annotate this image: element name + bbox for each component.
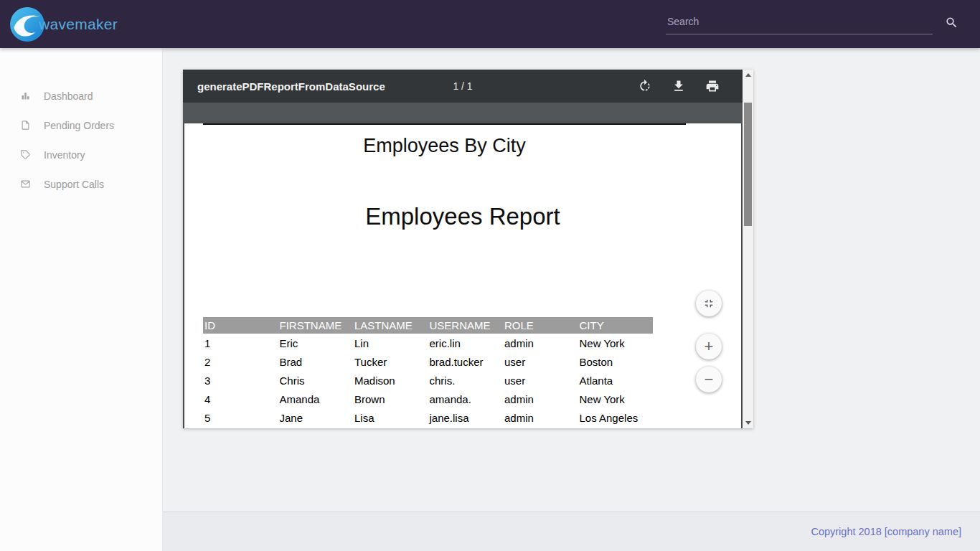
- table-row: 2 Brad Tucker brad.tucker user Boston: [203, 352, 653, 371]
- pdf-page: Employees By City Employees Report ID FI…: [184, 123, 741, 428]
- table-row: 5 Jane Lisa jane.lisa admin Los Angeles: [203, 408, 653, 427]
- envelope-icon: [20, 179, 31, 189]
- sidebar-item-label: Inventory: [44, 149, 85, 161]
- employees-table: ID FIRSTNAME LASTNAME USERNAME ROLE CITY…: [203, 317, 653, 427]
- logo-text: wavemaker: [39, 16, 118, 33]
- zoom-in-icon: +: [705, 339, 714, 354]
- zoom-out-icon: −: [705, 372, 714, 387]
- app-header: wavemaker: [0, 0, 980, 48]
- document-title: Employees Report: [184, 203, 741, 230]
- rotate-icon[interactable]: [638, 79, 652, 93]
- copyright-text: Copyright 2018 [company name]: [811, 526, 961, 537]
- pdf-viewer: generatePDFReportFromDataSource 1 / 1 Em…: [183, 70, 753, 428]
- zoom-out-button[interactable]: −: [696, 367, 722, 392]
- column-header: LASTNAME: [353, 317, 428, 334]
- wavemaker-logo[interactable]: wavemaker: [9, 6, 118, 42]
- search-input[interactable]: [666, 11, 933, 34]
- main-content: generatePDFReportFromDataSource 1 / 1 Em…: [163, 48, 980, 512]
- document-rule: [203, 123, 686, 125]
- column-header: FIRSTNAME: [278, 317, 354, 334]
- sidebar-item-dashboard[interactable]: Dashboard: [0, 81, 162, 110]
- pdf-toolbar-actions: [638, 79, 728, 93]
- column-header: CITY: [578, 317, 654, 334]
- document-heading: Employees By City: [203, 135, 686, 157]
- print-icon[interactable]: [705, 79, 720, 93]
- table-header-row: ID FIRSTNAME LASTNAME USERNAME ROLE CITY: [203, 317, 653, 334]
- column-header: ROLE: [503, 317, 578, 334]
- sidebar-item-label: Support Calls: [44, 179, 104, 190]
- document-icon: [20, 120, 31, 131]
- pdf-toolbar: generatePDFReportFromDataSource 1 / 1: [183, 70, 743, 103]
- tag-icon: [20, 149, 31, 160]
- page-footer: Copyright 2018 [company name]: [163, 512, 980, 551]
- pdf-title: generatePDFReportFromDataSource: [197, 80, 385, 93]
- sidebar: Dashboard Pending Orders Inventory Suppo…: [0, 48, 163, 551]
- table-row: 4 Amanda Brown amanda. admin New York: [203, 390, 653, 408]
- table-row: 3 Chris Madison chris. user Atlanta: [203, 371, 653, 390]
- search-icon[interactable]: [945, 16, 958, 29]
- header-search: [666, 11, 933, 34]
- fit-to-page-icon[interactable]: [696, 291, 722, 316]
- sidebar-menu: Dashboard Pending Orders Inventory Suppo…: [0, 48, 162, 199]
- table-row: 1 Eric Lin eric.lin admin New York: [203, 334, 653, 352]
- download-icon[interactable]: [672, 79, 686, 93]
- sidebar-item-inventory[interactable]: Inventory: [0, 140, 162, 169]
- page-indicator: 1 / 1: [453, 80, 472, 92]
- scroll-up-icon[interactable]: [743, 70, 753, 80]
- pdf-scroll-area[interactable]: Employees By City Employees Report ID FI…: [183, 103, 743, 428]
- sidebar-item-label: Dashboard: [44, 90, 93, 102]
- scrollbar-thumb[interactable]: [744, 103, 752, 226]
- sidebar-item-label: Pending Orders: [44, 120, 114, 131]
- zoom-in-button[interactable]: +: [696, 334, 722, 359]
- bar-chart-icon: [20, 90, 31, 101]
- pdf-scrollbar: [743, 70, 753, 428]
- column-header: ID: [203, 317, 278, 334]
- column-header: USERNAME: [428, 317, 504, 334]
- sidebar-item-pending-orders[interactable]: Pending Orders: [0, 110, 162, 140]
- sidebar-item-support-calls[interactable]: Support Calls: [0, 169, 162, 199]
- scroll-down-icon[interactable]: [743, 418, 753, 428]
